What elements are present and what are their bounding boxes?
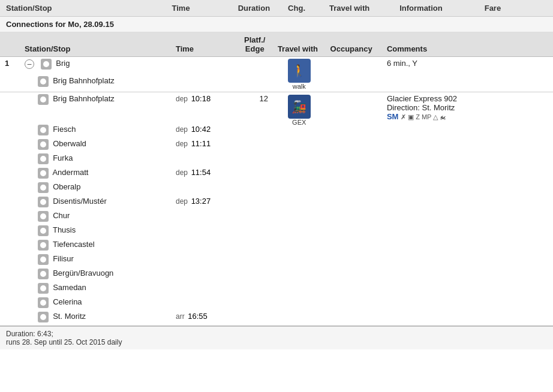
comment-cell bbox=[382, 137, 553, 152]
top-col-station: Station/Stop bbox=[6, 4, 52, 13]
station-name: Furka bbox=[53, 153, 73, 162]
walk-comment: 6 min., Y bbox=[382, 57, 553, 75]
station-name: Oberalp bbox=[53, 182, 80, 191]
time-cell bbox=[171, 238, 237, 252]
station-cell: Filisur bbox=[20, 252, 171, 267]
footer: Duration: 6:43; runs 28. Sep until 25. O… bbox=[0, 325, 553, 349]
occupancy-cell bbox=[326, 224, 382, 238]
top-header: Station/Stop Time Duration Chg. Travel w… bbox=[0, 0, 553, 17]
time-cell: arr 16:55 bbox=[171, 310, 237, 324]
station-name: Celerina bbox=[53, 297, 82, 306]
walk-icon: 🚶 bbox=[288, 59, 311, 83]
occupancy-cell bbox=[326, 137, 382, 152]
station-cell: Oberalp bbox=[20, 180, 171, 195]
comment-cell bbox=[382, 123, 553, 137]
station-cell: Fiesch bbox=[20, 123, 171, 137]
conn-num-label: 1 bbox=[5, 59, 9, 68]
th-time: Time bbox=[171, 32, 237, 57]
connections-bar: Connections for Mo, 28.09.15 bbox=[0, 17, 553, 32]
occupancy-cell bbox=[326, 209, 382, 224]
station-cell: Samedan bbox=[20, 281, 171, 295]
platf-cell bbox=[237, 74, 273, 92]
gex-line2: Direction: St. Moritz bbox=[387, 103, 548, 112]
dep-label: dep bbox=[176, 140, 188, 148]
dep-label: dep bbox=[176, 197, 188, 206]
occupancy-cell bbox=[326, 74, 382, 92]
platf-cell bbox=[237, 209, 273, 224]
station-cell: Brig Bahnhofplatz bbox=[20, 92, 171, 123]
th-comments: Comments bbox=[382, 32, 553, 57]
station-icon bbox=[38, 240, 49, 251]
station-name: Brig bbox=[56, 59, 70, 68]
platf-cell bbox=[237, 180, 273, 195]
time-cell bbox=[171, 74, 237, 92]
platf-cell bbox=[237, 195, 273, 209]
expand-button[interactable]: − bbox=[25, 59, 34, 69]
time-value: 16:55 bbox=[188, 312, 208, 321]
top-col-chg: Chg. bbox=[288, 4, 305, 13]
platf-cell bbox=[237, 295, 273, 310]
comment-cell bbox=[382, 238, 553, 252]
time-value: 11:54 bbox=[191, 168, 211, 177]
time-cell: dep 11:11 bbox=[171, 137, 237, 152]
gex-service-icons: ✗ ▣ Z MP △ 🏍 bbox=[401, 113, 446, 120]
comment-cell bbox=[382, 252, 553, 267]
gex-sm: SM bbox=[387, 112, 399, 121]
station-icon bbox=[38, 225, 49, 236]
gex-line1: Glacier Express 902 bbox=[387, 94, 548, 103]
comment-cell bbox=[382, 267, 553, 281]
time-cell bbox=[171, 152, 237, 166]
station-name: Oberwald bbox=[53, 139, 86, 148]
platf-cell bbox=[237, 166, 273, 180]
time-value: 10:42 bbox=[191, 125, 211, 134]
station-name: Thusis bbox=[53, 225, 76, 234]
gex-label: GEX bbox=[278, 119, 321, 126]
station-icon bbox=[38, 254, 49, 265]
station-cell: − Brig bbox=[20, 57, 171, 75]
comment-cell bbox=[382, 281, 553, 295]
time-cell: dep 10:18 bbox=[171, 92, 237, 123]
station-cell: Furka bbox=[20, 152, 171, 166]
occupancy-cell bbox=[326, 295, 382, 310]
station-cell: St. Moritz bbox=[20, 310, 171, 324]
time-cell bbox=[171, 57, 237, 75]
station-cell: Andermatt bbox=[20, 166, 171, 180]
connection-number: 1 bbox=[0, 57, 20, 92]
platf-cell bbox=[237, 137, 273, 152]
footer-line2: runs 28. Sep until 25. Oct 2015 daily bbox=[6, 338, 547, 346]
station-icon bbox=[38, 153, 49, 164]
station-icon bbox=[38, 269, 49, 279]
top-col-time: Time bbox=[172, 4, 190, 13]
comment-cell bbox=[382, 224, 553, 238]
time-cell bbox=[171, 209, 237, 224]
occupancy-cell bbox=[326, 238, 382, 252]
th-occupancy: Occupancy bbox=[326, 32, 382, 57]
gex-icon-cell: 🚂 GEX bbox=[273, 92, 326, 325]
station-icon bbox=[38, 312, 49, 322]
top-col-duration: Duration bbox=[238, 4, 270, 13]
station-name: Bergün/Bravuogn bbox=[53, 269, 113, 278]
platf-cell bbox=[237, 224, 273, 238]
segment-divider: Brig Bahnhofplatz dep 10:18 12 🚂 GEX Gla… bbox=[0, 92, 553, 123]
station-cell: Chur bbox=[20, 209, 171, 224]
station-icon bbox=[38, 125, 49, 135]
table-row: 1 − Brig 🚶 walk 6 min., Y bbox=[0, 57, 553, 75]
occupancy-cell bbox=[326, 123, 382, 137]
time-cell bbox=[171, 281, 237, 295]
comment-cell bbox=[382, 152, 553, 166]
comment-cell bbox=[382, 310, 553, 324]
walk-label: walk bbox=[278, 83, 321, 90]
station-name: Brig Bahnhofplatz bbox=[53, 76, 115, 85]
th-platf: Platf./ Edge bbox=[237, 32, 273, 57]
dep-label: dep bbox=[176, 95, 188, 103]
station-icon bbox=[38, 168, 49, 179]
time-cell: dep 13:27 bbox=[171, 195, 237, 209]
platf-cell bbox=[237, 152, 273, 166]
comment-cell bbox=[382, 209, 553, 224]
comment-cell bbox=[382, 295, 553, 310]
time-value: 13:27 bbox=[191, 197, 211, 206]
comment-cell bbox=[382, 195, 553, 209]
main-table: Station/Stop Time Platf./ Edge Travel wi… bbox=[0, 32, 553, 324]
time-value: 10:18 bbox=[191, 94, 211, 103]
top-col-fare: Fare bbox=[485, 4, 501, 13]
